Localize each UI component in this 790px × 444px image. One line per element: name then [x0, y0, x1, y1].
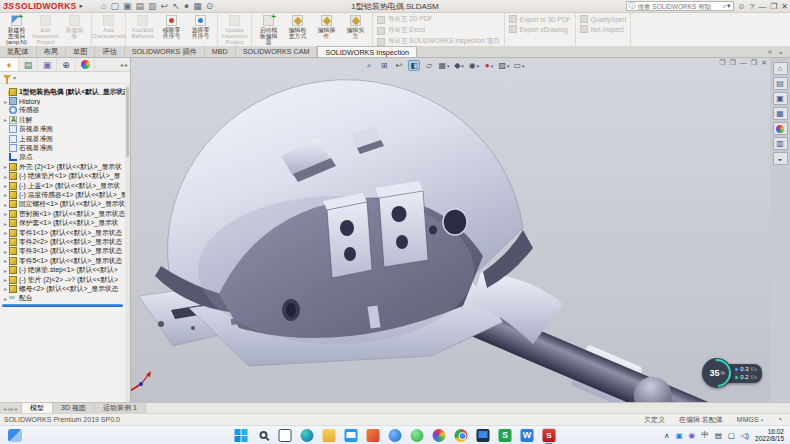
expand-arrow-icon[interactable]: ▸	[2, 191, 9, 198]
tree-item[interactable]: ▸螺母<2> (默认<<默认>_显示状态	[0, 284, 125, 293]
view-settings-icon[interactable]: ▭▾	[513, 60, 525, 71]
apply-scene-icon[interactable]: ▨▾	[498, 60, 510, 71]
doc-restore-icon[interactable]: ❐	[751, 59, 757, 67]
solidworks-app-icon[interactable]: S	[542, 428, 557, 443]
ribbon-tab-装配体[interactable]: 装配体	[0, 46, 37, 57]
print-icon[interactable]: ▥	[148, 1, 157, 11]
taskview-icon[interactable]	[278, 428, 293, 443]
scrollbar-thumb[interactable]	[126, 87, 129, 157]
expand-arrow-icon[interactable]: ▸	[2, 295, 9, 302]
tab-propertymanager[interactable]: ▤	[19, 58, 38, 71]
launch-template-editor-button[interactable]: 启动模 板编辑 器	[254, 14, 283, 47]
tree-scrollbar[interactable]	[125, 85, 130, 402]
tree-item[interactable]: ▸(-) 绝缘垫片<1> (默认<<默认>_显	[0, 172, 125, 181]
new-document-icon[interactable]: ▢	[111, 1, 120, 11]
custom-properties-icon[interactable]: ▥	[773, 137, 788, 150]
file-explorer-icon[interactable]: ▣	[773, 92, 788, 105]
menu-expand-icon[interactable]: ▸	[80, 2, 84, 10]
window-restore-icon[interactable]: ❐	[770, 2, 777, 11]
undo-icon[interactable]: ↩	[161, 1, 169, 11]
tree-item[interactable]: ▸密封圈<1> (默认<<默认>_显示状态	[0, 209, 125, 218]
edit-appearance-icon[interactable]: ●▾	[483, 60, 495, 71]
edge-icon[interactable]	[300, 428, 315, 443]
search-input[interactable]	[638, 3, 724, 10]
tray-display-icon[interactable]: ▢	[728, 431, 735, 440]
zoom-fit-icon[interactable]: ⌕	[363, 60, 375, 71]
tray-chevron-icon[interactable]: ∧	[664, 431, 670, 440]
doc-tab-运动算例-1[interactable]: 运动算例 1	[95, 403, 146, 413]
expand-arrow-icon[interactable]: ▸	[2, 173, 9, 180]
save-icon[interactable]: ▤	[136, 1, 145, 11]
expand-arrow-icon[interactable]: ▸	[2, 163, 9, 170]
tree-item[interactable]: 上视基准面	[0, 134, 125, 143]
file-properties-icon[interactable]: ▦	[193, 1, 202, 11]
previous-view-icon[interactable]: ↩	[393, 60, 405, 71]
search-icon[interactable]	[256, 428, 271, 443]
tab-configurationmanager[interactable]: ▣	[38, 58, 57, 71]
solidworks-resources-icon[interactable]: ⌂	[773, 62, 788, 75]
filter-dropdown-icon[interactable]: ▾	[13, 74, 16, 81]
tray-keyboard-icon[interactable]: ▤	[715, 431, 722, 440]
dynamic-annotation-icon[interactable]: ▱	[423, 60, 435, 71]
edit-operation-button[interactable]: 编辑操 作	[312, 14, 341, 40]
edit-spec-button[interactable]: 编辑实 方	[341, 14, 370, 40]
forum-icon[interactable]: ◒	[773, 152, 788, 165]
tree-item[interactable]: ▸∞配合	[0, 294, 125, 303]
window-minimize-icon[interactable]: —	[758, 2, 766, 11]
tray-onedrive-icon[interactable]: ▣	[675, 431, 682, 440]
remote-icon[interactable]	[476, 428, 491, 443]
tree-item[interactable]: ▸固定螺栓<1> (默认<<默认>_显示状	[0, 200, 125, 209]
mail-icon[interactable]	[344, 428, 359, 443]
expand-arrow-icon[interactable]: ▸	[2, 98, 9, 105]
help-icon[interactable]: ?	[750, 2, 754, 11]
view-palette-icon[interactable]: ▦	[773, 107, 788, 120]
select-balloon-button[interactable]: 选择零 件序号	[186, 14, 215, 40]
browser-icon[interactable]	[388, 428, 403, 443]
tree-item[interactable]: ▸零件2<2> (默认<<默认>_显示状态	[0, 237, 125, 246]
ribbon-tab-solidworks-inspection[interactable]: SOLIDWORKS Inspection	[317, 46, 417, 57]
tree-item[interactable]: ▸零件3<1> (默认<<默认>_显示状态	[0, 247, 125, 256]
tree-item[interactable]: 原点	[0, 153, 125, 162]
tree-item[interactable]: ▸(-) 垫片 (2)<2> ->? (默认<<默认>	[0, 275, 125, 284]
ribbon-tab-mbd[interactable]: MBD	[205, 46, 236, 57]
wps-w-icon[interactable]: W	[520, 428, 535, 443]
tree-item[interactable]: ▸外壳 (2)<1> (默认<<默认>_显示状	[0, 162, 125, 171]
tree-item[interactable]: ▸(-) 温度传感器<1> (默认<<默认>_显示	[0, 190, 125, 199]
expand-arrow-icon[interactable]: ▸	[2, 267, 9, 274]
performance-widget[interactable]: 35% 0.3 K/s 0.2 K/s	[702, 358, 762, 388]
doc-minimize-icon[interactable]: —	[740, 59, 747, 67]
tree-item[interactable]: 右视基准面	[0, 143, 125, 152]
expand-arrow-icon[interactable]: ▸	[2, 257, 9, 264]
rollback-bar[interactable]	[2, 304, 123, 307]
tray-ime-icon[interactable]: 中	[701, 430, 709, 440]
ribbon-tab-评估[interactable]: 评估	[95, 46, 124, 57]
graphics-viewport[interactable]: ⌕⊞↩◧▱▦▾◆▾◉▾●▾▨▾▭▾ ❐ ❐ — ❐ ✕	[131, 58, 770, 402]
tree-item[interactable]: 传感器	[0, 106, 125, 115]
colorwheel-icon[interactable]	[432, 428, 447, 443]
tray-volume-icon[interactable]: ◁)	[741, 431, 749, 440]
expand-arrow-icon[interactable]: ▸	[2, 116, 9, 123]
ribbon-tab-布局[interactable]: 布局	[37, 46, 66, 57]
expand-arrow-icon[interactable]: ▸	[2, 210, 9, 217]
view-orientation-icon[interactable]: ▦▾	[438, 60, 450, 71]
expand-ribbon-icon[interactable]: ⌄	[777, 47, 784, 57]
ribbon-tab-草图[interactable]: 草图	[66, 46, 95, 57]
display-style-icon[interactable]: ◆▾	[453, 60, 465, 71]
tab-dimxpertmanager[interactable]: ⊕	[57, 58, 76, 71]
remove-balloon-button[interactable]: 移除零 件序号	[157, 14, 186, 40]
options-icon[interactable]: ⊙	[206, 1, 214, 11]
tree-item[interactable]: ▸(-) 上盖<1> (默认<<默认>_显示状	[0, 181, 125, 190]
user-icon[interactable]: ☺	[738, 2, 746, 11]
design-library-icon[interactable]: ▤	[773, 77, 788, 90]
open-icon[interactable]: ▣	[123, 1, 132, 11]
expand-arrow-icon[interactable]: ▸	[2, 248, 9, 255]
zoom-area-icon[interactable]: ⊞	[378, 60, 390, 71]
clock[interactable]: 16:02 2022/8/15	[755, 428, 784, 442]
help-search-box[interactable]: ⓘ ⌕▾	[626, 1, 734, 11]
expand-arrow-icon[interactable]: ▸	[2, 285, 9, 292]
tree-item[interactable]: 前视基准面	[0, 125, 125, 134]
caret-left-icon[interactable]: ◂	[120, 61, 123, 68]
qq-icon[interactable]	[410, 428, 425, 443]
expand-arrow-icon[interactable]: ▸	[2, 229, 9, 236]
doc-close-icon[interactable]: ✕	[761, 59, 767, 67]
